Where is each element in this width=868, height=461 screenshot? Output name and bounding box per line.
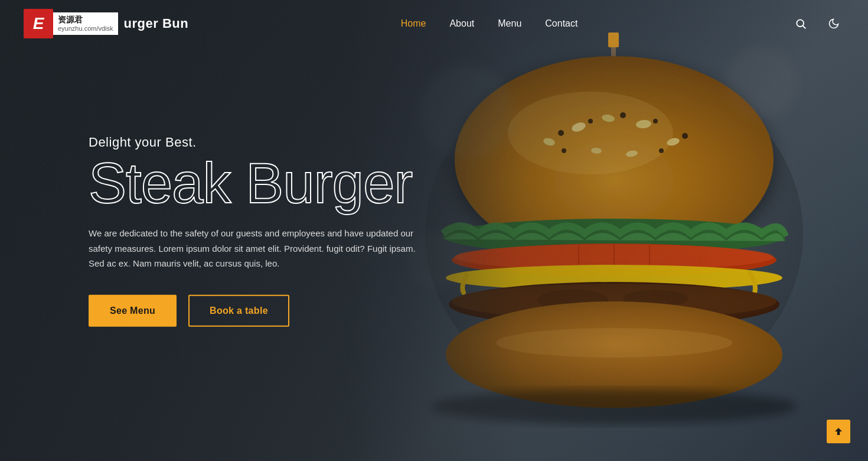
nav-link-home[interactable]: Home — [401, 18, 426, 28]
hero-content: Delight your Best. Steak Burger We are d… — [89, 135, 419, 327]
brand-name: urger Bun — [124, 16, 189, 31]
nav-link-about[interactable]: About — [449, 18, 474, 28]
watermark-logo: E — [24, 9, 53, 38]
book-table-button[interactable]: Book a table — [188, 294, 289, 326]
nav-item-about[interactable]: About — [449, 18, 474, 29]
search-icon — [795, 18, 807, 30]
watermark-text: 资源君 eyunzhu.com/vdisk — [53, 12, 118, 35]
scroll-top-button[interactable] — [827, 420, 850, 443]
hero-buttons: See Menu Book a table — [89, 294, 419, 326]
hero-subtitle: Delight your Best. — [89, 135, 419, 150]
nav-item-menu[interactable]: Menu — [498, 18, 521, 29]
watermark-url: eyunzhu.com/vdisk — [58, 25, 113, 33]
nav-links: Home About Menu Contact — [401, 18, 578, 29]
moon-icon — [828, 18, 840, 30]
see-menu-button[interactable]: See Menu — [89, 294, 177, 326]
nav-icons — [790, 13, 844, 34]
navbar: E 资源君 eyunzhu.com/vdisk urger Bun Home A… — [0, 0, 868, 47]
svg-point-36 — [797, 20, 804, 27]
hero-description: We are dedicated to the safety of our gu… — [89, 226, 419, 271]
logo-area: E 资源君 eyunzhu.com/vdisk urger Bun — [24, 9, 188, 38]
dark-mode-button[interactable] — [823, 13, 844, 34]
hero-section: E 资源君 eyunzhu.com/vdisk urger Bun Home A… — [0, 0, 868, 461]
svg-line-37 — [803, 26, 806, 29]
nav-link-contact[interactable]: Contact — [545, 18, 577, 28]
watermark-cn: 资源君 — [58, 15, 113, 25]
hero-title: Steak Burger — [89, 155, 419, 212]
nav-item-home[interactable]: Home — [401, 18, 426, 29]
arrow-up-icon — [833, 426, 844, 437]
nav-item-contact[interactable]: Contact — [545, 18, 577, 29]
nav-link-menu[interactable]: Menu — [498, 18, 521, 28]
search-button[interactable] — [790, 13, 811, 34]
